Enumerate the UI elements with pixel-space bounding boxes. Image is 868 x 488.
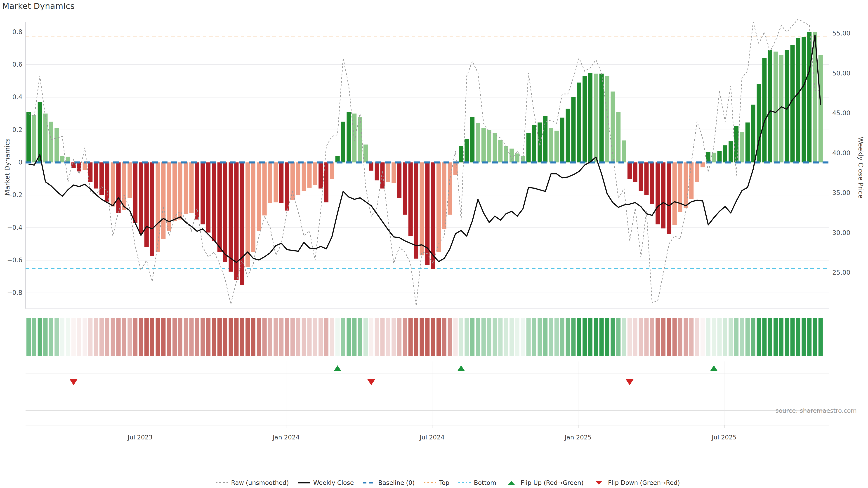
y-tick-label-left: 0.4 (12, 93, 22, 101)
dynamics-bar (397, 162, 401, 198)
dynamics-bar (358, 117, 362, 162)
dynamics-bar (689, 162, 693, 199)
dynamics-bar (49, 122, 53, 162)
heatmap-cell (712, 318, 716, 356)
heatmap-cell (352, 318, 356, 356)
heatmap-cell (790, 318, 795, 356)
dynamics-bar (206, 162, 211, 232)
y-tick-label-left: −0.4 (7, 224, 22, 231)
heatmap-cell (757, 318, 761, 356)
dynamics-bar (386, 162, 390, 182)
dynamics-bar (526, 133, 531, 162)
heatmap-cell (594, 318, 598, 356)
dynamics-bar (150, 162, 154, 256)
heatmap-cell (111, 318, 115, 356)
dynamics-bar (723, 145, 727, 162)
heatmap-cell (195, 318, 199, 356)
heatmap-cell (127, 318, 132, 356)
heatmap-cell (330, 318, 334, 356)
heatmap-cell (740, 318, 744, 356)
heatmap-cell (532, 318, 536, 356)
legend-item-solid-black[interactable]: Weekly Close (298, 479, 354, 486)
legend-item-dot-orange[interactable]: Top (423, 479, 450, 486)
heatmap-cell (509, 318, 514, 356)
dynamics-bar (324, 162, 329, 202)
heatmap-cell (785, 318, 789, 356)
dynamics-bar (364, 144, 368, 162)
dynamics-bar (195, 162, 199, 220)
heatmap-cell (324, 318, 329, 356)
heatmap-cell (212, 318, 216, 356)
dynamics-bar (566, 109, 570, 162)
legend-item-tri-down-red[interactable]: Flip Down (Green→Red) (592, 479, 680, 486)
dynamics-bar (599, 74, 604, 162)
y-tick-label-left: −0.6 (7, 256, 22, 264)
y-tick-label-left: −0.2 (7, 191, 22, 199)
dynamics-bar (594, 74, 598, 162)
dynamics-bar (498, 140, 502, 162)
dot-orange-icon (423, 480, 436, 486)
heatmap-cell (279, 318, 283, 356)
heatmap-cell (543, 318, 548, 356)
dynamics-bar (465, 139, 469, 162)
heatmap-cell (493, 318, 497, 356)
dynamics-bar (156, 162, 160, 252)
heatmap-cell (571, 318, 576, 356)
dynamics-bar (414, 162, 418, 259)
heatmap-cell (555, 318, 559, 356)
dynamics-bar (26, 112, 31, 162)
heatmap-cell (246, 318, 250, 356)
dynamics-bar (296, 162, 301, 195)
dynamics-bar (408, 162, 413, 236)
heatmap-cell (397, 318, 401, 356)
dynamics-bar (43, 113, 48, 162)
dynamics-bar (60, 156, 64, 162)
heatmap-cell (32, 318, 36, 356)
flip-down-marker (70, 379, 77, 385)
heatmap-cell (470, 318, 474, 356)
dynamics-bar (420, 162, 424, 255)
dynamics-bar (717, 151, 722, 162)
heatmap-cell (105, 318, 110, 356)
dynamics-bar (392, 162, 396, 183)
dynamics-bar (223, 162, 227, 262)
heatmap-cell (701, 318, 705, 356)
legend-item-dash-gray[interactable]: Raw (unsmoothed) (215, 479, 289, 486)
heatmap-cell (145, 318, 149, 356)
heatmap-cell (268, 318, 272, 356)
heatmap-cell (689, 318, 693, 356)
dynamics-bar (77, 162, 81, 171)
heatmap-cell (161, 318, 165, 356)
dynamics-bar (768, 50, 772, 162)
legend-item-tri-up-green[interactable]: Flip Up (Red→Green) (505, 479, 584, 486)
dynamics-bar (380, 162, 385, 188)
heatmap-cell (706, 318, 710, 356)
heatmap-cell (122, 318, 126, 356)
heatmap-cell (296, 318, 301, 356)
heatmap-cell (448, 318, 452, 356)
y-tick-label-left: 0.2 (12, 126, 22, 133)
x-tick-label: Jul 2025 (711, 434, 737, 441)
heatmap-cell (94, 318, 98, 356)
dynamics-bar (482, 128, 486, 162)
heatmap-cell (476, 318, 480, 356)
heatmap-cell (521, 318, 525, 356)
heatmap-cell (150, 318, 154, 356)
dynamics-bar (116, 162, 121, 213)
dynamics-bar (734, 126, 739, 162)
heatmap-cell (622, 318, 626, 356)
dynamics-bar (212, 162, 216, 240)
legend-item-dash-blue[interactable]: Baseline (0) (362, 479, 414, 486)
heatmap-cell (588, 318, 592, 356)
dynamics-bar (268, 162, 272, 203)
dynamics-bar (346, 112, 351, 162)
heatmap-cell (498, 318, 502, 356)
dynamics-bar (55, 128, 59, 162)
heatmap-cell (728, 318, 733, 356)
legend-item-dot-cyan[interactable]: Bottom (458, 479, 496, 486)
dynamics-bar (549, 128, 553, 162)
dynamics-bar (493, 133, 497, 162)
heatmap-cell (818, 318, 823, 356)
heatmap-cell (200, 318, 205, 356)
heatmap-cell (318, 318, 323, 356)
